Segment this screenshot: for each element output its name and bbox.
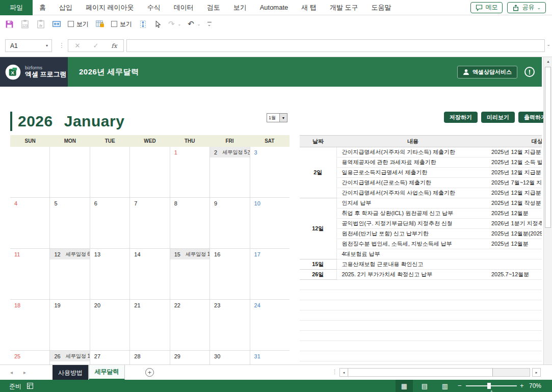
schedule-date-cell[interactable]: [300, 351, 336, 361]
schedule-target-cell[interactable]: [489, 249, 542, 259]
tab-scrollbar-splitter[interactable]: ⋮: [332, 369, 337, 375]
calendar-day-cell[interactable]: 21: [130, 300, 170, 350]
schedule-target-cell[interactable]: [489, 300, 542, 310]
undo-dropdown-icon[interactable]: ⌄: [197, 22, 201, 27]
comments-button[interactable]: 메모: [470, 2, 503, 13]
calendar-day-cell[interactable]: [130, 147, 170, 197]
schedule-content-cell[interactable]: [336, 300, 489, 310]
schedule-date-cell[interactable]: 26일: [300, 270, 336, 280]
calendar-day-cell[interactable]: 29: [170, 351, 210, 364]
menu-tab-0[interactable]: 파일: [0, 0, 33, 15]
schedule-content-cell[interactable]: 간이지급명세서(거주자의 기타소득) 제출기한: [336, 147, 489, 158]
vertical-scrollbar-thumb[interactable]: [545, 67, 551, 228]
paste-formulas-button[interactable]: fx: [36, 19, 45, 29]
schedule-target-cell[interactable]: 2025년 12월 지급분: [489, 147, 542, 158]
schedule-content-cell[interactable]: [336, 310, 489, 321]
zoom-level[interactable]: 70%: [529, 382, 541, 389]
schedule-target-cell[interactable]: [489, 341, 542, 351]
action-button-1[interactable]: 미리보기: [481, 112, 515, 123]
schedule-date-cell[interactable]: 2일: [300, 147, 336, 198]
calendar-day-cell[interactable]: 24: [250, 300, 290, 350]
schedule-content-cell[interactable]: 원천징수분 법인세, 소득세, 지방소득세 납부: [336, 239, 489, 249]
formula-bar-expand-icon[interactable]: ⌄: [546, 42, 550, 47]
redo-button[interactable]: ↷ ⌄: [168, 19, 181, 29]
cancel-entry-button[interactable]: ✕: [74, 42, 80, 49]
action-button-0[interactable]: 저장하기: [444, 112, 478, 123]
zoom-slider[interactable]: +: [466, 385, 517, 386]
vertical-scrollbar[interactable]: ▲ ▼: [543, 57, 552, 372]
menu-tab-8[interactable]: Automate: [253, 0, 295, 15]
action-button-2[interactable]: 출력하기: [518, 112, 543, 123]
schedule-target-cell[interactable]: [489, 331, 542, 341]
menu-tab-1[interactable]: 홈: [33, 0, 52, 15]
calendar-day-cell[interactable]: 8: [170, 198, 210, 248]
menu-tab-9[interactable]: 새 탭: [295, 0, 323, 15]
save-button[interactable]: [5, 20, 14, 29]
schedule-content-cell[interactable]: [336, 331, 489, 341]
select-cursor-button[interactable]: [154, 20, 162, 28]
sheet-tab-tax-calendar[interactable]: 세무달력: [89, 365, 125, 380]
calendar-day-cell[interactable]: 19: [50, 300, 90, 350]
schedule-date-cell[interactable]: [300, 310, 336, 321]
confirm-entry-button[interactable]: ✓: [93, 42, 98, 49]
month-select-value[interactable]: 1월: [267, 114, 279, 122]
month-select-dropdown-icon[interactable]: ▼: [279, 114, 287, 122]
schedule-date-cell[interactable]: [300, 341, 336, 351]
calendar-day-cell[interactable]: [90, 147, 130, 197]
sheet-tab-usage[interactable]: 사용방법: [52, 365, 89, 380]
calendar-day-cell[interactable]: 15세무일정 1건: [170, 249, 210, 299]
redo-dropdown-icon[interactable]: ⌄: [178, 22, 181, 27]
schedule-content-cell[interactable]: [336, 351, 489, 361]
zoom-slider-thumb[interactable]: [487, 383, 491, 389]
insert-function-button[interactable]: fx: [111, 42, 117, 49]
calendar-day-cell[interactable]: 25: [10, 351, 50, 364]
customize-qat-button[interactable]: ⌄: [207, 22, 212, 26]
calendar-day-cell[interactable]: 22: [170, 300, 210, 350]
share-dropdown-icon[interactable]: ⌄: [537, 5, 541, 10]
calendar-day-cell[interactable]: [50, 147, 90, 197]
zoom-in-icon[interactable]: +: [520, 382, 524, 389]
name-box-dropdown-icon[interactable]: ▾: [42, 43, 51, 48]
schedule-target-cell[interactable]: [489, 321, 542, 331]
page-layout-view-button[interactable]: ▤: [416, 380, 433, 392]
column-width-button[interactable]: [52, 19, 61, 29]
macro-record-icon[interactable]: [27, 382, 34, 391]
protect-sheet-button[interactable]: [95, 19, 104, 29]
undo-button[interactable]: ↶ ⌄: [188, 19, 200, 29]
calendar-day-cell[interactable]: 13: [90, 249, 130, 299]
calendar-day-cell[interactable]: 6: [90, 198, 130, 248]
page-break-view-button[interactable]: ▥: [436, 380, 454, 392]
calendar-day-cell[interactable]: 18: [10, 300, 50, 350]
normal-view-button[interactable]: ▦: [396, 380, 413, 392]
calendar-day-cell[interactable]: 7: [130, 198, 170, 248]
consult-service-button[interactable]: 엑셀상담서비스: [457, 66, 517, 79]
name-box-value[interactable]: A1: [6, 42, 42, 49]
calendar-day-cell[interactable]: 26세무일정 1건: [50, 351, 90, 364]
calendar-day-cell[interactable]: 30: [210, 351, 250, 364]
schedule-target-cell[interactable]: [489, 310, 542, 321]
paste-values-button[interactable]: 123: [20, 19, 30, 29]
share-button[interactable]: 공유 ⌄: [507, 2, 546, 13]
calendar-day-cell[interactable]: 17: [250, 249, 290, 299]
month-select[interactable]: 1월 ▼: [267, 113, 287, 122]
schedule-date-cell[interactable]: [300, 280, 336, 290]
menu-tab-2[interactable]: 삽입: [52, 0, 79, 15]
menu-tab-11[interactable]: 도움말: [365, 0, 398, 15]
calendar-day-cell[interactable]: 16: [210, 249, 250, 299]
schedule-content-cell[interactable]: 취업 후 학자금 상환(ICL) 원천공제 신고 납부: [336, 208, 489, 219]
menu-tab-10[interactable]: 개발 도구: [323, 0, 365, 15]
calendar-day-cell[interactable]: 3: [250, 147, 290, 197]
calendar-day-cell[interactable]: 4: [10, 198, 50, 248]
schedule-content-cell[interactable]: 고용산재보험 근로내용 확인신고: [336, 259, 489, 270]
schedule-target-cell[interactable]: 2026년 1분기 지정추천 신청분: [489, 219, 542, 229]
calendar-day-cell[interactable]: 28: [130, 351, 170, 364]
schedule-date-cell[interactable]: [300, 290, 336, 300]
schedule-content-cell[interactable]: 간이지급명세서(거주자의 사업소득) 제출기한: [336, 188, 489, 198]
schedule-target-cell[interactable]: [489, 351, 542, 361]
calendar-day-cell[interactable]: 5: [50, 198, 90, 248]
schedule-target-cell[interactable]: [489, 259, 542, 270]
zoom-out-icon[interactable]: −: [458, 382, 462, 389]
schedule-date-cell[interactable]: [300, 300, 336, 310]
calendar-day-cell[interactable]: [10, 147, 50, 197]
schedule-target-cell[interactable]: 2025년 12월 지급분: [489, 168, 542, 178]
